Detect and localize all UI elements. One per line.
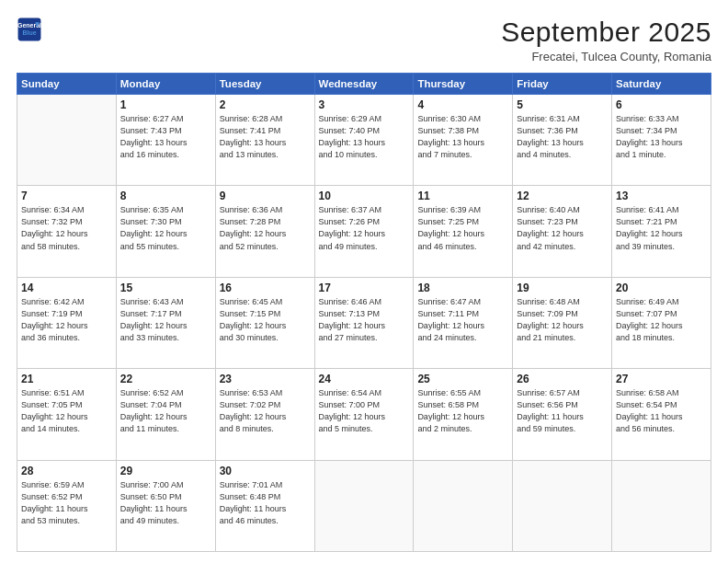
day-info: Sunrise: 6:28 AM Sunset: 7:41 PM Dayligh…: [220, 113, 311, 161]
day-number: 21: [21, 373, 112, 385]
calendar-table: SundayMondayTuesdayWednesdayThursdayFrid…: [17, 73, 711, 552]
day-number: 9: [220, 190, 311, 202]
calendar-cell: 26Sunrise: 6:57 AM Sunset: 6:56 PM Dayli…: [513, 369, 612, 460]
day-info: Sunrise: 6:43 AM Sunset: 7:17 PM Dayligh…: [120, 296, 211, 344]
day-number: 3: [319, 98, 410, 111]
day-number: 30: [220, 465, 311, 477]
day-number: 11: [417, 190, 508, 202]
day-number: 29: [120, 465, 211, 477]
calendar-cell: [414, 460, 513, 551]
day-info: Sunrise: 6:33 AM Sunset: 7:34 PM Dayligh…: [616, 113, 707, 161]
day-number: 10: [319, 190, 410, 202]
calendar-cell: 3Sunrise: 6:29 AM Sunset: 7:40 PM Daylig…: [314, 95, 414, 186]
day-info: Sunrise: 6:57 AM Sunset: 6:56 PM Dayligh…: [517, 387, 608, 435]
calendar-cell: 2Sunrise: 6:28 AM Sunset: 7:41 PM Daylig…: [215, 95, 314, 186]
week-row-2: 7Sunrise: 6:34 AM Sunset: 7:32 PM Daylig…: [17, 186, 711, 277]
calendar-cell: 6Sunrise: 6:33 AM Sunset: 7:34 PM Daylig…: [612, 95, 711, 186]
day-info: Sunrise: 6:27 AM Sunset: 7:43 PM Dayligh…: [120, 113, 211, 161]
day-info: Sunrise: 6:52 AM Sunset: 7:04 PM Dayligh…: [120, 387, 211, 435]
day-number: 8: [120, 190, 211, 202]
day-number: 15: [120, 282, 211, 294]
calendar-header-row: SundayMondayTuesdayWednesdayThursdayFrid…: [17, 74, 711, 95]
calendar-cell: 19Sunrise: 6:48 AM Sunset: 7:09 PM Dayli…: [513, 277, 612, 368]
day-info: Sunrise: 6:59 AM Sunset: 6:52 PM Dayligh…: [21, 479, 112, 527]
calendar-cell: [314, 460, 414, 551]
day-info: Sunrise: 6:46 AM Sunset: 7:13 PM Dayligh…: [319, 296, 410, 344]
day-info: Sunrise: 6:40 AM Sunset: 7:23 PM Dayligh…: [517, 204, 608, 252]
subtitle: Frecatei, Tulcea County, Romania: [501, 50, 711, 63]
day-info: Sunrise: 6:55 AM Sunset: 6:58 PM Dayligh…: [417, 387, 508, 435]
day-info: Sunrise: 6:39 AM Sunset: 7:25 PM Dayligh…: [417, 204, 508, 252]
day-info: Sunrise: 6:37 AM Sunset: 7:26 PM Dayligh…: [319, 204, 410, 252]
day-number: 16: [220, 282, 311, 294]
day-info: Sunrise: 6:51 AM Sunset: 7:05 PM Dayligh…: [21, 387, 112, 435]
day-number: 23: [220, 373, 311, 385]
calendar-cell: 8Sunrise: 6:35 AM Sunset: 7:30 PM Daylig…: [116, 186, 215, 277]
month-title: September 2025: [501, 17, 711, 48]
calendar-cell: 10Sunrise: 6:37 AM Sunset: 7:26 PM Dayli…: [314, 186, 414, 277]
day-info: Sunrise: 6:47 AM Sunset: 7:11 PM Dayligh…: [417, 296, 508, 344]
calendar-cell: 23Sunrise: 6:53 AM Sunset: 7:02 PM Dayli…: [215, 369, 314, 460]
day-info: Sunrise: 6:42 AM Sunset: 7:19 PM Dayligh…: [21, 296, 112, 344]
logo: General Blue: [17, 17, 42, 42]
day-header-sunday: Sunday: [17, 74, 117, 95]
day-number: 22: [120, 373, 211, 385]
day-header-tuesday: Tuesday: [215, 74, 314, 95]
calendar-cell: 25Sunrise: 6:55 AM Sunset: 6:58 PM Dayli…: [414, 369, 513, 460]
title-block: September 2025 Frecatei, Tulcea County, …: [501, 17, 711, 63]
day-info: Sunrise: 6:30 AM Sunset: 7:38 PM Dayligh…: [417, 113, 508, 161]
calendar-cell: 21Sunrise: 6:51 AM Sunset: 7:05 PM Dayli…: [17, 369, 117, 460]
calendar-container: General Blue September 2025 Frecatei, Tu…: [0, 0, 728, 563]
calendar-cell: [17, 95, 117, 186]
day-number: 17: [319, 282, 410, 294]
day-number: 20: [616, 282, 707, 294]
calendar-cell: 17Sunrise: 6:46 AM Sunset: 7:13 PM Dayli…: [314, 277, 414, 368]
calendar-cell: [513, 460, 612, 551]
day-header-friday: Friday: [513, 74, 612, 95]
week-row-3: 14Sunrise: 6:42 AM Sunset: 7:19 PM Dayli…: [17, 277, 711, 368]
day-number: 12: [517, 190, 608, 202]
calendar-cell: 20Sunrise: 6:49 AM Sunset: 7:07 PM Dayli…: [612, 277, 711, 368]
day-header-saturday: Saturday: [612, 74, 711, 95]
calendar-cell: 29Sunrise: 7:00 AM Sunset: 6:50 PM Dayli…: [116, 460, 215, 551]
day-info: Sunrise: 6:45 AM Sunset: 7:15 PM Dayligh…: [220, 296, 311, 344]
day-number: 28: [21, 465, 112, 477]
day-info: Sunrise: 6:36 AM Sunset: 7:28 PM Dayligh…: [220, 204, 311, 252]
day-info: Sunrise: 6:41 AM Sunset: 7:21 PM Dayligh…: [616, 204, 707, 252]
day-info: Sunrise: 6:35 AM Sunset: 7:30 PM Dayligh…: [120, 204, 211, 252]
calendar-cell: 22Sunrise: 6:52 AM Sunset: 7:04 PM Dayli…: [116, 369, 215, 460]
day-number: 2: [220, 98, 311, 111]
day-number: 5: [517, 98, 608, 111]
calendar-cell: 30Sunrise: 7:01 AM Sunset: 6:48 PM Dayli…: [215, 460, 314, 551]
day-number: 1: [120, 98, 211, 111]
week-row-4: 21Sunrise: 6:51 AM Sunset: 7:05 PM Dayli…: [17, 369, 711, 460]
day-info: Sunrise: 6:49 AM Sunset: 7:07 PM Dayligh…: [616, 296, 707, 344]
calendar-cell: 7Sunrise: 6:34 AM Sunset: 7:32 PM Daylig…: [17, 186, 117, 277]
day-info: Sunrise: 6:29 AM Sunset: 7:40 PM Dayligh…: [319, 113, 410, 161]
calendar-cell: 27Sunrise: 6:58 AM Sunset: 6:54 PM Dayli…: [612, 369, 711, 460]
day-header-wednesday: Wednesday: [314, 74, 414, 95]
calendar-cell: 16Sunrise: 6:45 AM Sunset: 7:15 PM Dayli…: [215, 277, 314, 368]
day-number: 7: [21, 190, 112, 202]
week-row-5: 28Sunrise: 6:59 AM Sunset: 6:52 PM Dayli…: [17, 460, 711, 551]
calendar-cell: 28Sunrise: 6:59 AM Sunset: 6:52 PM Dayli…: [17, 460, 117, 551]
calendar-cell: 4Sunrise: 6:30 AM Sunset: 7:38 PM Daylig…: [414, 95, 513, 186]
day-info: Sunrise: 7:00 AM Sunset: 6:50 PM Dayligh…: [120, 479, 211, 527]
day-info: Sunrise: 6:48 AM Sunset: 7:09 PM Dayligh…: [517, 296, 608, 344]
day-number: 27: [616, 373, 707, 385]
day-number: 25: [417, 373, 508, 385]
calendar-cell: 5Sunrise: 6:31 AM Sunset: 7:36 PM Daylig…: [513, 95, 612, 186]
day-number: 24: [319, 373, 410, 385]
calendar-cell: 15Sunrise: 6:43 AM Sunset: 7:17 PM Dayli…: [116, 277, 215, 368]
day-number: 18: [417, 282, 508, 294]
day-number: 13: [616, 190, 707, 202]
day-info: Sunrise: 6:54 AM Sunset: 7:00 PM Dayligh…: [319, 387, 410, 435]
day-info: Sunrise: 6:34 AM Sunset: 7:32 PM Dayligh…: [21, 204, 112, 252]
week-row-1: 1Sunrise: 6:27 AM Sunset: 7:43 PM Daylig…: [17, 95, 711, 186]
calendar-cell: 13Sunrise: 6:41 AM Sunset: 7:21 PM Dayli…: [612, 186, 711, 277]
day-info: Sunrise: 6:31 AM Sunset: 7:36 PM Dayligh…: [517, 113, 608, 161]
calendar-cell: 24Sunrise: 6:54 AM Sunset: 7:00 PM Dayli…: [314, 369, 414, 460]
day-info: Sunrise: 7:01 AM Sunset: 6:48 PM Dayligh…: [220, 479, 311, 527]
calendar-cell: [612, 460, 711, 551]
day-info: Sunrise: 6:53 AM Sunset: 7:02 PM Dayligh…: [220, 387, 311, 435]
